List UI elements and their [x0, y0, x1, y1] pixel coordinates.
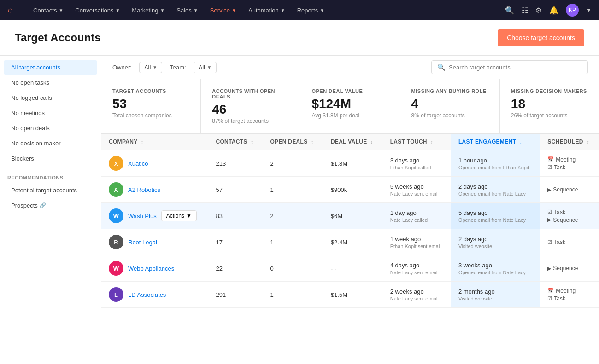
task-badge: ☑ Task [547, 239, 592, 245]
settings-icon[interactable]: ⚙ [535, 6, 542, 15]
actions-button[interactable]: Actions ▼ [161, 210, 197, 221]
col-last-touch[interactable]: LAST TOUCH ↕ [383, 134, 451, 150]
scheduled-cell: ▶ Sequence [540, 255, 599, 282]
sequence-badge: ▶ Sequence [547, 265, 592, 272]
sidebar-item-no-decision-maker[interactable]: No decision maker [4, 136, 97, 150]
nav-reports[interactable]: Reports ▼ [292, 4, 330, 17]
open-deals-cell: 1 [263, 282, 323, 308]
hubspot-logo: ○ [7, 5, 13, 16]
company-name[interactable]: Root Legal [128, 239, 157, 246]
col-open-deals[interactable]: OPEN DEALS ↕ [263, 134, 323, 150]
open-deals-cell: 0 [263, 255, 323, 282]
nav-marketing[interactable]: Marketing ▼ [126, 4, 170, 17]
search-box: 🔍 [431, 60, 588, 74]
nav-sales[interactable]: Sales ▼ [171, 4, 203, 17]
table-row: W Webb Appliances 22 0 - - 4 days ago Na… [101, 255, 599, 282]
choose-target-accounts-button[interactable]: Choose target accounts [498, 29, 584, 46]
sort-company-icon: ↕ [141, 139, 143, 144]
search-input[interactable] [449, 64, 582, 71]
scheduled-cell: ▶ Sequence [540, 177, 599, 203]
contacts-cell: 17 [209, 229, 263, 255]
company-cell: R Root Legal [101, 229, 209, 255]
deal-value-cell: $6M [323, 203, 383, 229]
nav-contacts[interactable]: Contacts ▼ [28, 4, 69, 17]
owner-select[interactable]: All ▼ [139, 62, 162, 73]
stat-deal-value-sub: Avg $1.8M per deal [311, 112, 388, 119]
stat-open-deals-value: 46 [212, 103, 289, 116]
team-label: Team: [170, 64, 186, 71]
task-badge: ☑ Task [547, 164, 592, 171]
col-scheduled[interactable]: SCHEDULED ↕ [540, 134, 599, 150]
nav-service[interactable]: Service ▼ [205, 4, 242, 17]
stat-open-deals-sub: 87% of target accounts [212, 118, 289, 124]
scheduled-cell: ☑ Task [540, 229, 599, 255]
sequence-icon: ▶ [547, 217, 551, 223]
stat-target-accounts-label: TARGET ACCOUNTS [112, 88, 189, 94]
company-avatar: A [109, 182, 123, 197]
scheduled-cell: 📅 Meeting ☑ Task [540, 282, 599, 308]
sidebar-item-no-meetings[interactable]: No meetings [4, 106, 97, 120]
table-row: L LD Associates 291 1 $1.5M 2 weeks ago … [101, 282, 599, 308]
col-deal-value[interactable]: DEAL VALUE ↕ [323, 134, 383, 150]
company-name[interactable]: A2 Robotics [128, 186, 160, 193]
last-touch-cell: 5 weeks ago Nate Lacy sent email [383, 177, 451, 203]
search-icon[interactable]: 🔍 [505, 6, 514, 15]
last-touch-cell: 1 day ago Nate Lacy called [383, 203, 451, 229]
team-select[interactable]: All ▼ [194, 62, 217, 73]
sidebar-item-no-open-tasks[interactable]: No open tasks [4, 75, 97, 90]
meeting-badge: 📅 Meeting [547, 288, 592, 294]
col-company[interactable]: COMPANY ↕ [101, 134, 209, 150]
sidebar-item-prospects[interactable]: Prospects 🔗 [4, 198, 97, 213]
owner-value: All [144, 64, 151, 71]
account-caret-icon[interactable]: ▼ [586, 7, 592, 13]
company-cell: A A2 Robotics [101, 177, 209, 203]
stat-target-accounts-value: 53 [112, 98, 189, 110]
stat-decision-makers-label: MISSING DECISION MAKERS [511, 88, 588, 94]
company-avatar: X [109, 156, 123, 171]
sequence-icon: ▶ [547, 187, 551, 193]
col-last-engagement[interactable]: LAST ENGAGEMENT ↓ [451, 134, 540, 150]
deal-value-cell: $1.5M [323, 282, 383, 308]
company-name[interactable]: LD Associates [128, 291, 166, 298]
sequence-badge: ▶ Sequence [547, 186, 592, 193]
col-contacts[interactable]: CONTACTS ↕ [209, 134, 263, 150]
sort-last-engagement-icon: ↓ [520, 139, 522, 144]
task-icon: ☑ [547, 209, 552, 215]
nav-links: Contacts ▼ Conversations ▼ Marketing ▼ S… [28, 4, 494, 17]
company-cell: W Wash Plus Actions ▼ [101, 203, 209, 229]
sidebar-item-no-logged-calls[interactable]: No logged calls [4, 91, 97, 105]
sequence-badge: ▶ Sequence [547, 217, 592, 223]
stat-target-accounts-sub: Total chosen companies [112, 112, 189, 119]
page-title: Target Accounts [15, 31, 101, 44]
company-name[interactable]: Webb Appliances [128, 265, 174, 272]
sidebar-item-potential-target-accounts[interactable]: Potential target accounts [4, 183, 97, 197]
sequence-icon: ▶ [547, 266, 551, 272]
filters-bar: Owner: All ▼ Team: All ▼ 🔍 [101, 56, 599, 79]
meeting-badge: 📅 Meeting [547, 156, 592, 163]
last-engagement-cell: 2 days ago Opened email from Nate Lacy [451, 177, 540, 203]
last-touch-cell: 3 days ago Ethan Kopit called [383, 150, 451, 177]
company-name[interactable]: Xuatico [128, 160, 148, 167]
table-row: X Xuatico 213 2 $1.8M 3 days ago Ethan K… [101, 150, 599, 177]
main-layout: All target accounts No open tasks No log… [0, 56, 599, 364]
sidebar-item-all-target-accounts[interactable]: All target accounts [4, 60, 97, 75]
contacts-cell: 83 [209, 203, 263, 229]
marketplace-icon[interactable]: ☷ [522, 6, 528, 15]
nav-conversations[interactable]: Conversations ▼ [70, 4, 125, 17]
company-cell: X Xuatico [101, 150, 209, 177]
last-touch-cell: 2 weeks ago Nate Lacy sent email [383, 282, 451, 308]
stat-buying-role-value: 4 [411, 98, 488, 110]
meeting-icon: 📅 [547, 156, 554, 162]
owner-caret-icon: ▼ [153, 65, 157, 70]
task-icon: ☑ [547, 164, 552, 170]
stat-deal-value-label: OPEN DEAL VALUE [311, 88, 388, 94]
sidebar-item-no-open-deals[interactable]: No open deals [4, 121, 97, 135]
notifications-icon[interactable]: 🔔 [549, 6, 558, 15]
sort-deal-value-icon: ↕ [370, 139, 373, 144]
task-badge: ☑ Task [547, 295, 592, 302]
avatar[interactable]: KP [566, 4, 579, 17]
company-name[interactable]: Wash Plus [128, 213, 157, 220]
page-container: Target Accounts Choose target accounts A… [0, 20, 599, 364]
nav-automation[interactable]: Automation ▼ [243, 4, 291, 17]
sidebar-item-blockers[interactable]: Blockers [4, 151, 97, 166]
